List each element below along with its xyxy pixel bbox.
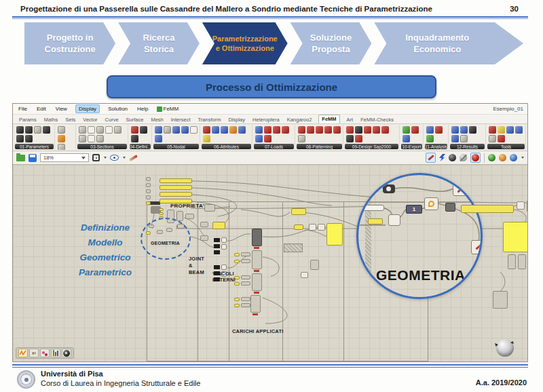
component-icon[interactable]: [333, 126, 341, 134]
gh-tab-surface[interactable]: Surface: [126, 116, 145, 123]
component-icon[interactable]: [307, 126, 314, 134]
component-icon[interactable]: [460, 126, 468, 134]
gh-node[interactable]: [146, 177, 151, 181]
canvas-compass-sphere[interactable]: [496, 339, 514, 357]
gh-tab-maths[interactable]: Maths: [43, 116, 58, 123]
gh-component[interactable]: [445, 203, 455, 212]
save-file-icon[interactable]: [29, 154, 37, 162]
gh-node[interactable]: [204, 204, 215, 212]
component-icon[interactable]: [298, 135, 305, 142]
number-slider[interactable]: [160, 192, 192, 197]
component-icon[interactable]: [203, 135, 210, 142]
component-icon[interactable]: [190, 126, 198, 134]
component-icon[interactable]: [506, 126, 514, 134]
open-file-icon[interactable]: [16, 155, 25, 161]
gh-panel-large[interactable]: [503, 222, 527, 252]
component-icon[interactable]: [96, 135, 104, 142]
component-icon[interactable]: [88, 126, 95, 134]
component-icon[interactable]: [411, 126, 419, 134]
component-icon[interactable]: [34, 126, 41, 134]
component-icon[interactable]: [16, 135, 24, 142]
gh-panel[interactable]: [234, 253, 240, 256]
gh-node[interactable]: [241, 303, 250, 307]
gh-node[interactable]: [214, 265, 220, 269]
gh-node[interactable]: [301, 272, 308, 278]
magnified-component[interactable]: [424, 197, 438, 210]
gh-node[interactable]: [146, 195, 151, 199]
gh-node[interactable]: [146, 189, 151, 193]
gh-tab-heteroptera[interactable]: Heteroptera: [252, 116, 280, 123]
component-icon[interactable]: [346, 126, 354, 134]
gh-node[interactable]: [527, 200, 527, 212]
component-icon[interactable]: [515, 126, 523, 134]
component-icon[interactable]: [140, 126, 147, 134]
component-icon[interactable]: [58, 126, 65, 134]
menu-solution[interactable]: Solution: [107, 105, 129, 113]
component-icon[interactable]: [469, 126, 476, 134]
gh-panel[interactable]: [291, 208, 306, 215]
gh-node[interactable]: [221, 244, 227, 250]
zoom-level-select[interactable]: 18%: [40, 153, 89, 162]
femm-component[interactable]: [250, 295, 261, 313]
preview-eye-icon[interactable]: [110, 155, 119, 161]
gh-node[interactable]: [146, 183, 151, 187]
gh-node[interactable]: [214, 250, 220, 254]
menu-help[interactable]: Help: [136, 105, 149, 113]
gh-tab-display[interactable]: Display: [227, 116, 246, 123]
zoom-extents-icon[interactable]: [92, 154, 100, 161]
gh-component[interactable]: [493, 291, 508, 309]
gh-tab-transform[interactable]: Transform: [198, 116, 222, 123]
sketch-brush-icon[interactable]: [129, 154, 138, 161]
component-icon[interactable]: [131, 126, 138, 134]
gh-node[interactable]: [241, 259, 250, 263]
femm-component[interactable]: [252, 273, 262, 291]
femm-component[interactable]: [252, 250, 262, 269]
component-icon[interactable]: [16, 126, 24, 134]
component-icon[interactable]: [255, 126, 263, 134]
component-icon[interactable]: [255, 135, 263, 142]
solver-bolt-icon[interactable]: [439, 154, 445, 161]
menu-edit[interactable]: Edit: [35, 105, 48, 113]
gh-node[interactable]: [214, 238, 220, 242]
component-icon[interactable]: [324, 126, 332, 134]
gh-node[interactable]: [517, 201, 525, 210]
component-icon[interactable]: [25, 126, 33, 134]
component-icon[interactable]: [155, 126, 162, 134]
component-icon[interactable]: [402, 135, 410, 142]
preview-off-icon[interactable]: [449, 154, 456, 161]
component-icon[interactable]: [489, 126, 496, 134]
femm-component-selected[interactable]: [252, 229, 262, 246]
gh-node[interactable]: [221, 237, 227, 243]
component-icon[interactable]: [221, 126, 228, 134]
component-icon[interactable]: [273, 126, 280, 134]
graph-widget-icon[interactable]: [18, 349, 28, 357]
component-icon[interactable]: [451, 126, 459, 134]
component-icon[interactable]: [316, 126, 323, 134]
component-icon[interactable]: [88, 135, 95, 142]
expression-widget-icon[interactable]: x²: [29, 349, 39, 357]
magnified-value-node[interactable]: 1: [406, 205, 422, 214]
component-icon[interactable]: [96, 126, 104, 134]
gh-panel[interactable]: [212, 222, 225, 229]
green-sphere-icon[interactable]: [488, 154, 495, 161]
component-icon[interactable]: [58, 144, 65, 150]
component-icon[interactable]: [131, 135, 138, 142]
gh-panel[interactable]: [234, 304, 240, 307]
gh-component[interactable]: [518, 254, 526, 269]
component-icon[interactable]: [164, 126, 171, 134]
gh-node[interactable]: [309, 224, 316, 231]
gh-node[interactable]: [214, 244, 220, 248]
wire-display-icon[interactable]: [426, 153, 436, 163]
component-icon[interactable]: [381, 126, 389, 134]
profiler-widget-icon[interactable]: [51, 349, 60, 357]
component-icon[interactable]: [172, 126, 180, 134]
gh-tab-femm-selected[interactable]: FeMM: [318, 115, 339, 123]
gh-node[interactable]: [185, 214, 194, 219]
magnified-component[interactable]: [388, 214, 400, 226]
magnified-slider[interactable]: [360, 205, 384, 211]
menu-display[interactable]: Display: [75, 104, 100, 113]
component-icon[interactable]: [498, 126, 505, 134]
component-icon[interactable]: [426, 126, 434, 134]
gh-panel[interactable]: [146, 201, 151, 205]
cluster-widget-icon[interactable]: [40, 349, 50, 357]
